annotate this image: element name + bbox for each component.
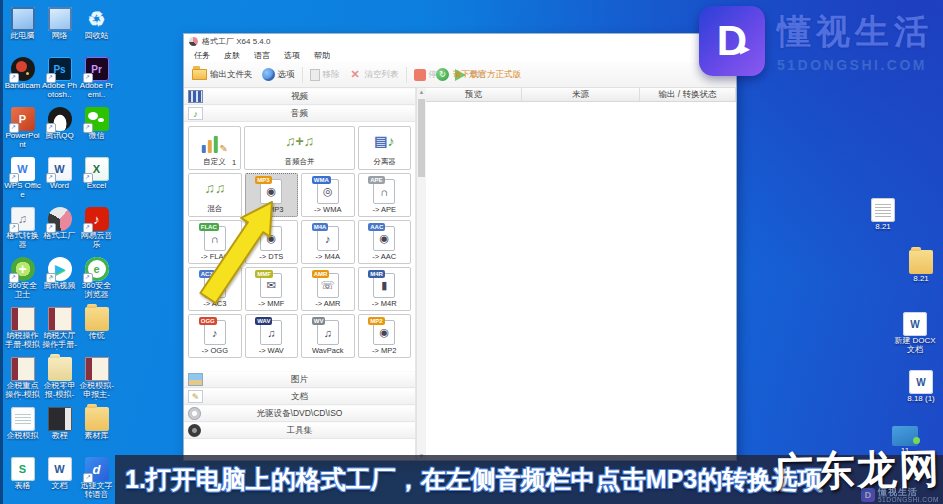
section-toolset[interactable]: 工具集 xyxy=(184,422,415,439)
wechat-icon xyxy=(85,107,109,131)
desktop-icons-left: 此电脑网络♻回收站BandicamPsAdobe Photosh..PrAdob… xyxy=(4,5,115,504)
section-label: 文档 xyxy=(184,391,415,403)
word-icon: W xyxy=(48,157,72,181)
desktop-icon-excel[interactable]: XExcel xyxy=(78,155,115,205)
section-picture[interactable]: 图片 xyxy=(184,371,415,388)
format-tile-to-ape[interactable]: ∩APE-> APE xyxy=(358,173,412,217)
desktop-icon-converter[interactable]: ♫格式转换器 xyxy=(4,205,41,255)
section-disc-device[interactable]: 光驱设备\DVD\CD\ISO xyxy=(184,405,415,422)
desktop-icon-360-browser[interactable]: e360安全浏览器 xyxy=(78,255,115,305)
task-list-body[interactable] xyxy=(426,102,736,460)
title-bar: 格式工厂 X64 5.4.0 — xyxy=(184,34,736,49)
format-tile-to-wma[interactable]: ◎WMA-> WMA xyxy=(301,173,355,217)
converter-icon: ♫ xyxy=(11,207,35,231)
qq-icon xyxy=(48,107,72,131)
desktop-icon-new-docx[interactable]: W新建 DOCX 文档 xyxy=(890,310,940,355)
desktop-icon-xunjie-tts[interactable]: d迅捷文字转语音 xyxy=(78,455,115,504)
desktop-icon-doc-821[interactable]: 8.21 xyxy=(858,196,908,232)
desktop-icon-tencent-video[interactable]: ▶腾讯视频 xyxy=(41,255,78,305)
desktop-icon-manual-3[interactable]: 企税重点操作-模拟上.. xyxy=(4,355,41,405)
desktop-icon-powerpoint[interactable]: PPowerPoint xyxy=(4,105,41,155)
menu-options[interactable]: 选项 xyxy=(277,50,307,61)
menu-skin[interactable]: 皮肤 xyxy=(217,50,247,61)
desktop-icon-netease-music[interactable]: ♪网易云音乐 xyxy=(78,205,115,255)
desktop-icon-wechat[interactable]: 微信 xyxy=(78,105,115,155)
toolbar-button-output-folder[interactable]: 输出文件夹 xyxy=(188,67,257,83)
desktop-icon-folder-1[interactable]: 传统 xyxy=(78,305,115,355)
tile-label: -> M4R xyxy=(372,299,397,310)
ppt-icon: P xyxy=(11,107,35,131)
desktop-icon-label: 企税零申报-模拟-增.. xyxy=(41,382,78,400)
format-tile-to-aac[interactable]: ◉AAC-> AAC xyxy=(358,220,412,264)
desktop-icon-bandicam[interactable]: Bandicam xyxy=(4,55,41,105)
desktop-icon-360-safe[interactable]: +360安全卫士 xyxy=(4,255,41,305)
desktop-icon-qq[interactable]: 腾讯QQ xyxy=(41,105,78,155)
desktop-icon-label: 新建 DOCX 文档 xyxy=(890,337,940,355)
safe360-icon: + xyxy=(11,257,35,281)
menu-help[interactable]: 帮助 xyxy=(307,50,337,61)
format-tile-to-mp2[interactable]: ◉MP2-> MP2 xyxy=(358,314,412,358)
format-badge: AMR xyxy=(312,270,330,278)
section-audio[interactable]: ♪音频 xyxy=(184,105,415,122)
column-header-1[interactable]: 来源 xyxy=(522,88,640,101)
desktop-icon-manual-1[interactable]: 纳税操作手册-模拟上.. xyxy=(4,305,41,355)
desktop-icon-wps-office[interactable]: WWPS Office xyxy=(4,155,41,205)
format-tile-custom[interactable]: ✎自定义1 xyxy=(188,126,241,170)
folder2-icon xyxy=(85,407,109,431)
column-header-0[interactable]: 预览 xyxy=(426,88,522,101)
menu-language[interactable]: 语言 xyxy=(247,50,277,61)
column-header-2[interactable]: 输出 / 转换状态 xyxy=(640,88,736,101)
format-tile-to-m4r[interactable]: ▮M4R-> M4R xyxy=(358,267,412,311)
desktop-icon-this-pc[interactable]: 此电脑 xyxy=(4,5,41,55)
format-tile-wavpack[interactable]: ♫WVWavPack xyxy=(301,314,355,358)
desktop-icon-label: 企税模拟-申报主-重.. xyxy=(78,382,115,400)
menu-bar: 任务皮肤语言选项帮助 xyxy=(184,49,736,62)
desktop-icon-folder-821[interactable]: 8.21 xyxy=(896,248,943,284)
app-icon xyxy=(189,37,198,46)
task-list-area: 预览来源输出 / 转换状态 xyxy=(426,88,736,460)
desktop-icon-folder-2[interactable]: 素材库 xyxy=(78,405,115,455)
format-tile-to-wav[interactable]: ♫WAV-> WAV xyxy=(245,314,299,358)
desktop-icon-manual-5[interactable]: 企税模拟-申报主-重.. xyxy=(78,355,115,405)
tile-label: 自定义 xyxy=(203,157,226,169)
format-tile-to-ogg[interactable]: ♪OGG-> OGG xyxy=(188,314,242,358)
format-badge: AAC xyxy=(368,223,385,231)
desktop-icon-label: 企税模拟 xyxy=(4,432,41,441)
format-tile-splitter[interactable]: ▤♪分离器 xyxy=(358,126,411,170)
desktop-icon-premiere[interactable]: PrAdobe Premi.. xyxy=(78,55,115,105)
desktop-icon-manual-2[interactable]: 纳税大厅操作手册-申.. xyxy=(41,305,78,355)
format-tile-audio-merge[interactable]: ♫+♫音频合并 xyxy=(244,126,355,170)
section-document[interactable]: ✎文档 xyxy=(184,388,415,405)
desktop-icon-format-factory[interactable]: 格式工厂 xyxy=(41,205,78,255)
desktop-icon-file-1[interactable]: 企税模拟 xyxy=(4,405,41,455)
desktop-icon-label: WPS Office xyxy=(4,182,41,200)
panel-scrollbar[interactable]: ▲ ▼ xyxy=(416,88,426,460)
desktop-icon-word[interactable]: WWord xyxy=(41,155,78,205)
desktop-icon-label: Bandicam xyxy=(4,82,41,91)
toolbar-button-clear-list[interactable]: ✕清空列表 xyxy=(345,66,403,83)
desktop-icon-doc-818[interactable]: W8.18 (1) xyxy=(896,368,943,404)
section-video[interactable]: 视频 xyxy=(184,88,415,105)
sheet-icon: S xyxy=(11,457,35,481)
desktop-icon-tutorial[interactable]: 教程 xyxy=(41,405,78,455)
menu-tasks[interactable]: 任务 xyxy=(187,50,217,61)
promo-area[interactable]: ↻ 请下载官方正式版 xyxy=(436,62,521,87)
format-tile-to-amr[interactable]: ☏AMR-> AMR xyxy=(301,267,355,311)
scroll-up-icon[interactable]: ▲ xyxy=(417,89,426,95)
book-icon xyxy=(11,357,35,381)
toolbar-button-options[interactable]: 选项 xyxy=(258,66,299,83)
browser360-icon: e xyxy=(85,257,109,281)
desktop-icon-manual-4[interactable]: 企税零申报-模拟-增.. xyxy=(41,355,78,405)
scrollbar-thumb[interactable] xyxy=(418,99,425,177)
desktop-icon-sheet-file[interactable]: S表格 xyxy=(4,455,41,504)
globe-icon: ↻ xyxy=(436,68,449,81)
tile-label: -> AAC xyxy=(372,252,396,263)
section-label: 光驱设备\DVD\CD\ISO xyxy=(184,408,415,420)
desktop-icon-photoshop[interactable]: PsAdobe Photosh.. xyxy=(41,55,78,105)
format-tile-to-m4a[interactable]: ♪M4A-> M4A xyxy=(301,220,355,264)
desktop-icon-label: 8.21 xyxy=(896,275,943,284)
toolbar-button-remove[interactable]: 移除 xyxy=(306,67,344,83)
desktop-icon-recycle-bin[interactable]: ♻回收站 xyxy=(78,5,115,55)
desktop-icon-network[interactable]: 网络 xyxy=(41,5,78,55)
desktop-icon-doc-file[interactable]: W文档 xyxy=(41,455,78,504)
